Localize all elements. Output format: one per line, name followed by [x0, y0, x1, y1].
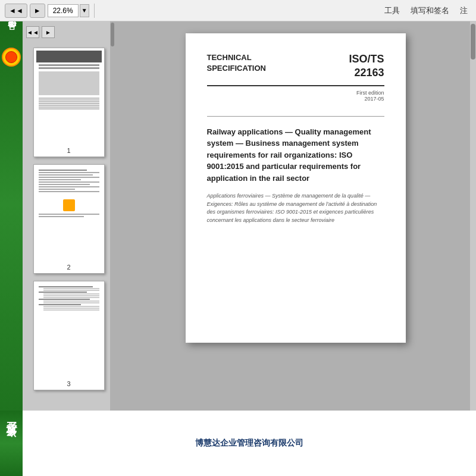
thumbnail-2[interactable]: 2 [33, 164, 105, 274]
thumb3-indent-4 [43, 295, 99, 296]
thumb-3-label: 3 [36, 380, 102, 387]
thumb1-sl-4 [39, 103, 99, 104]
thumb-2-label: 2 [36, 264, 102, 271]
thumb3-indent-10 [43, 309, 99, 311]
thumb3-indent-5 [43, 297, 99, 298]
thumb2-l-8 [39, 186, 99, 187]
zoom-input[interactable] [48, 4, 79, 17]
zoom-controls: ▼ [48, 4, 89, 17]
bottom-company-area: 博慧达企业管理咨询有限公司 [23, 411, 476, 476]
badge-seal [2, 48, 21, 67]
thumb-nav-back[interactable]: ◄◄ [26, 26, 39, 38]
thumbnail-3-container: 3 [33, 281, 105, 390]
thumb-1-content [36, 51, 102, 146]
doc-header-row: TECHNICAL SPECIFICATION ISO/TS 22163 [207, 52, 384, 80]
thumb1-sl-1 [39, 98, 99, 99]
tech-spec-text: TECHNICAL SPECIFICATION [207, 52, 266, 74]
iso-number: ISO/TS 22163 [349, 52, 384, 80]
thumb1-line-1 [39, 64, 99, 66]
thumb3-l-1 [39, 286, 93, 287]
forward-btn[interactable]: ► [30, 4, 45, 18]
badge-seal-inner [5, 51, 17, 63]
doc-subtitle: Applications ferroviaires — Système de m… [207, 192, 384, 224]
thumb1-header-bar [36, 51, 102, 62]
thumb2-l-1 [39, 170, 87, 171]
tools-label[interactable]: 工具 [381, 4, 403, 17]
thumbnail-scrollbar-thumb [111, 23, 114, 46]
company-name: 博慧达企业管理咨询有限公司 [195, 438, 303, 449]
thumb2-warning-icon [63, 199, 75, 211]
thumb3-indent-1 [43, 288, 99, 289]
thumb2-l-7 [39, 184, 90, 185]
thumb2-l-3 [39, 174, 93, 176]
thumbnail-1[interactable]: 1 [33, 48, 105, 157]
thumb3-indent-9 [43, 308, 99, 309]
register-label[interactable]: 注 [456, 4, 471, 17]
thumbnail-2-container: 2 [33, 164, 105, 274]
tech-spec-line1: TECHNICAL [207, 52, 266, 63]
thumb2-lines [39, 170, 99, 217]
thumb3-l-3 [39, 299, 90, 300]
thumb1-sl-7 [39, 108, 99, 109]
thumb3-indent-2 [43, 290, 99, 291]
thumb2-l-6 [39, 181, 99, 183]
thumb2-l-4 [39, 177, 99, 178]
thumb-3-content [36, 284, 102, 379]
thumb2-l-2 [39, 172, 99, 173]
tech-spec-line2: SPECIFICATION [207, 63, 266, 74]
badge-text: 品质保证 [6, 27, 17, 42]
thumb-nav-fwd[interactable]: ► [42, 26, 55, 38]
thumb1-sl-3 [39, 101, 99, 102]
thumb3-lines [39, 286, 99, 311]
doc-edition: First edition 2017-05 [207, 90, 384, 102]
thumb2-l-5 [39, 179, 81, 180]
thumb1-sl-2 [39, 99, 99, 101]
bottom-section: 资质齐全 博慧达企业管理咨询有限公司 [0, 411, 476, 476]
toolbar: ◄◄ ► ▼ 工具 填写和签名 注 [0, 0, 476, 21]
left-badge-strip: 品质保证 [0, 21, 23, 476]
bottom-badge-text: 资质齐全 [4, 440, 18, 447]
document-view: TECHNICAL SPECIFICATION ISO/TS 22163 Fir… [115, 21, 476, 476]
thumb3-indent-3 [43, 293, 99, 295]
thumbnail-3[interactable]: 3 [33, 281, 105, 390]
document-page: TECHNICAL SPECIFICATION ISO/TS 22163 Fir… [186, 33, 406, 343]
zoom-dropdown[interactable]: ▼ [80, 4, 89, 17]
thumb-nav: ◄◄ ► [26, 26, 55, 38]
toolbar-right-actions: 工具 填写和签名 注 [381, 4, 471, 17]
main-area: 品质保证 ◄◄ ► [0, 21, 476, 476]
thumb3-l-4 [39, 304, 81, 305]
back-btn[interactable]: ◄◄ [5, 4, 27, 18]
bottom-badge: 资质齐全 [0, 411, 23, 476]
thumb2-l-12 [39, 216, 84, 217]
doc-top-divider [207, 85, 384, 86]
thumb2-l-10 [39, 191, 99, 192]
thumb2-l-11 [39, 214, 99, 215]
doc-scrollbar[interactable] [470, 21, 476, 476]
toolbar-separator [94, 4, 95, 18]
thumb1-line-2 [39, 67, 99, 69]
doc-mid-divider [207, 116, 384, 117]
thumb2-l-9 [39, 189, 75, 190]
thumb3-indent-6 [43, 300, 99, 302]
company-info: 博慧达企业管理咨询有限公司 [195, 438, 303, 449]
fill-sign-label[interactable]: 填写和签名 [407, 4, 453, 17]
doc-main-title: Railway applications — Quality managemen… [207, 126, 384, 184]
thumb3-l-2 [39, 292, 87, 293]
thumb1-small-lines [39, 98, 99, 109]
thumb1-sl-6 [39, 107, 99, 108]
thumb3-indent-7 [43, 302, 99, 303]
thumbnail-1-container: 1 [33, 48, 105, 157]
thumb3-indent-8 [43, 306, 99, 307]
iso-line2: 22163 [349, 66, 384, 80]
thumb-2-content [36, 167, 102, 262]
thumb1-sl-5 [39, 105, 99, 106]
iso-line1: ISO/TS [349, 52, 384, 66]
doc-scrollbar-thumb [471, 24, 475, 60]
thumb-1-label: 1 [36, 147, 102, 154]
thumb1-block [39, 71, 99, 95]
thumbnail-scrollbar[interactable] [110, 21, 115, 476]
thumbnail-panel: ◄◄ ► [23, 21, 115, 476]
